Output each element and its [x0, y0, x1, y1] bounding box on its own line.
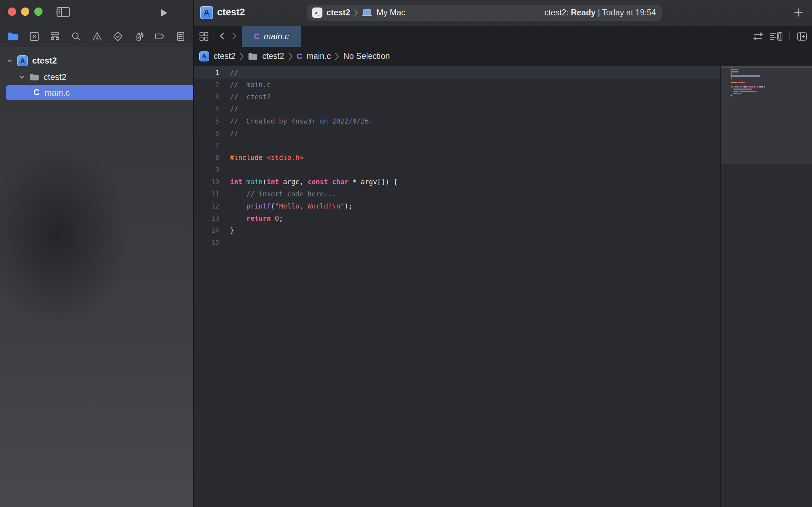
- sidebar-titlebar: [0, 0, 193, 26]
- toolbar-separator: [214, 31, 214, 41]
- line-number: 1: [194, 66, 219, 79]
- toolbar: A ctest2 >_ ctest2 My Mac ctest2:: [194, 0, 812, 26]
- line-number: 13: [194, 212, 219, 224]
- scheme-destination[interactable]: My Mac: [376, 8, 405, 17]
- code-line-6[interactable]: 6//: [194, 127, 720, 139]
- close-window-button[interactable]: [8, 7, 16, 16]
- code-line-4[interactable]: 4//: [194, 103, 720, 115]
- minimap-segment: [731, 95, 732, 96]
- jumpbar-label: main.c: [307, 51, 331, 61]
- main-area: A ctest2 >_ ctest2 My Mac ctest2:: [194, 0, 812, 507]
- destination-laptop-icon[interactable]: [362, 9, 372, 17]
- code-line-2[interactable]: 2// main.c: [194, 79, 720, 91]
- code-line-11[interactable]: 11 // insert code here...: [194, 188, 720, 200]
- xcode-project-icon: A: [199, 51, 209, 61]
- tab-label: main.c: [264, 31, 289, 41]
- code-line-13[interactable]: 13 return 0;: [194, 212, 720, 224]
- minimap-current-line: [721, 66, 812, 68]
- jumpbar-item-ctest2[interactable]: Actest2: [199, 51, 235, 61]
- code-text: printf("Hello, World!\n");: [230, 200, 352, 212]
- minimap-segment: [731, 69, 738, 70]
- minimap-segment: [733, 93, 738, 94]
- folder-icon: [29, 73, 39, 81]
- tab-main-c[interactable]: C main.c: [242, 26, 301, 47]
- minimap-segment: [731, 78, 732, 79]
- c-file-icon: C: [34, 88, 40, 97]
- navigator-tab-breakpoints[interactable]: [154, 30, 165, 42]
- code-review-icon[interactable]: [753, 31, 763, 41]
- minimize-window-button[interactable]: [21, 7, 29, 16]
- source-editor[interactable]: 1//2// main.c3// ctest24//5// Created by…: [194, 66, 720, 507]
- spray-icon: [134, 31, 144, 42]
- navigator-tab-project[interactable]: [7, 30, 19, 42]
- code-line-7[interactable]: 7: [194, 139, 720, 151]
- editor-tab-bar: C main.c: [194, 26, 812, 47]
- line-number: 14: [194, 224, 219, 236]
- navigator-tab-source-control[interactable]: [29, 30, 40, 42]
- disclosure-chevron-icon[interactable]: [18, 73, 26, 81]
- code-text: // Created by 4nsw3r on 2022/9/26.: [230, 115, 373, 127]
- code-line-3[interactable]: 3// ctest2: [194, 91, 720, 103]
- line-number: 5: [194, 115, 219, 127]
- jumpbar-item-main-c[interactable]: Cmain.c: [297, 51, 331, 61]
- jumpbar-item-no-selection[interactable]: No Selection: [343, 51, 390, 61]
- warning-icon: [92, 31, 102, 42]
- minimap-viewport: [721, 66, 812, 164]
- minimap-segment: [740, 93, 741, 94]
- sidebar-toggle-icon[interactable]: [56, 6, 71, 18]
- code-line-1[interactable]: 1//: [194, 66, 720, 79]
- tree-row-ctest2[interactable]: ctest2: [18, 70, 190, 84]
- go-forward-button[interactable]: [229, 31, 239, 41]
- disclosure-chevron-icon[interactable]: [6, 57, 14, 65]
- tree-row-ctest2[interactable]: Actest2: [6, 54, 190, 68]
- minimap[interactable]: [721, 66, 812, 507]
- minimap-segment: [734, 86, 739, 87]
- tree-row-main-c[interactable]: Cmain.c: [6, 85, 203, 100]
- minimap-segment: [733, 89, 752, 90]
- jumpbar-item-ctest2[interactable]: ctest2: [248, 51, 284, 61]
- code-line-8[interactable]: 8#include <stdio.h>: [194, 151, 720, 164]
- navigator-tab-debug[interactable]: [134, 30, 144, 42]
- add-editor-icon[interactable]: [796, 31, 808, 42]
- go-back-button[interactable]: [218, 31, 227, 41]
- code-line-5[interactable]: 5// Created by 4nsw3r on 2022/9/26.: [194, 115, 720, 127]
- code-line-12[interactable]: 12 printf("Hello, World!\n");: [194, 200, 720, 212]
- line-number: 15: [194, 236, 219, 249]
- scheme-name[interactable]: ctest2: [326, 8, 350, 17]
- line-number: 11: [194, 188, 219, 200]
- code-line-15[interactable]: 15: [194, 236, 720, 249]
- code-text: int main(int argc, const char * argv[]) …: [230, 176, 397, 188]
- navigator-tab-symbols[interactable]: [50, 30, 60, 42]
- code-line-10[interactable]: 10int main(int argc, const char * argv[]…: [194, 176, 720, 188]
- code-text: return 0;: [230, 212, 283, 224]
- code-text: //: [230, 103, 238, 115]
- minimap-segment: [731, 73, 732, 74]
- navigator-tab-issues[interactable]: [92, 30, 102, 42]
- library-plus-button[interactable]: [793, 7, 804, 18]
- code-line-9[interactable]: 9: [194, 164, 720, 176]
- editor-options-icon[interactable]: [768, 31, 785, 42]
- navigator-tab-tests[interactable]: [112, 30, 123, 42]
- line-number: 10: [194, 176, 219, 188]
- xcode-window: Actest2ctest2Cmain.c A ctest2 >_ ctest2: [0, 0, 812, 507]
- zoom-window-button[interactable]: [34, 7, 42, 16]
- activity-status[interactable]: ctest2: Ready | Today at 19:54: [545, 8, 657, 17]
- line-number: 6: [194, 127, 219, 139]
- navigator-tab-reports[interactable]: [175, 30, 186, 42]
- navigator-tab-find[interactable]: [71, 30, 81, 42]
- chevron-right-icon: [289, 52, 292, 60]
- tree-item-label: main.c: [45, 88, 70, 98]
- run-button[interactable]: [159, 7, 169, 18]
- chevron-right-icon: [354, 9, 358, 17]
- minimap-segment: [733, 91, 739, 92]
- scheme-and-status-pill: >_ ctest2 My Mac ctest2: Ready |: [307, 5, 662, 21]
- minimap-segment: [738, 82, 745, 83]
- capsule-icon: [154, 31, 165, 42]
- code-text: //: [230, 127, 238, 139]
- tab-overview-grid-icon[interactable]: [199, 31, 209, 42]
- toolbar-separator: [789, 31, 790, 41]
- minimap-segment: [759, 86, 763, 87]
- scheme-terminal-icon[interactable]: >_: [312, 7, 322, 18]
- code-line-14[interactable]: 14}: [194, 224, 720, 236]
- minimap-segment: [757, 86, 758, 87]
